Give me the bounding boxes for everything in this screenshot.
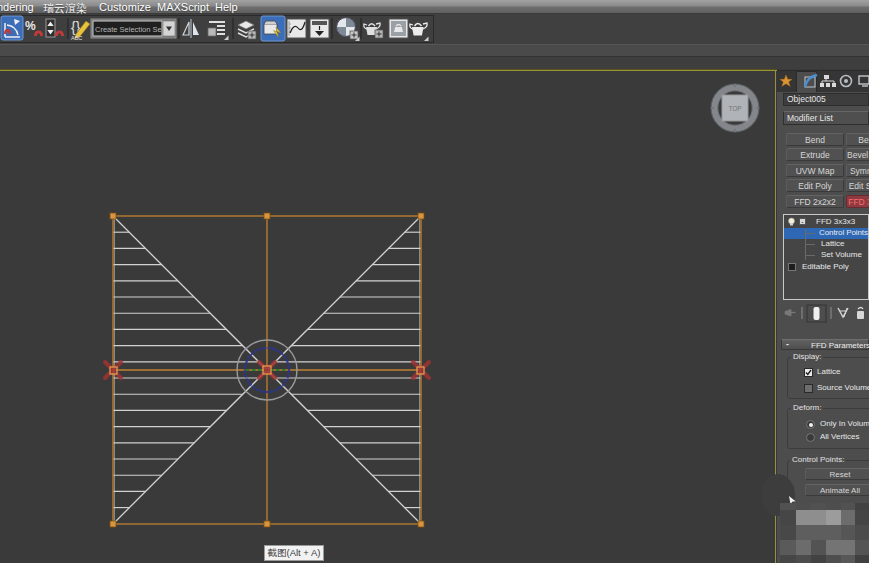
svg-text:TOP: TOP — [728, 105, 741, 112]
